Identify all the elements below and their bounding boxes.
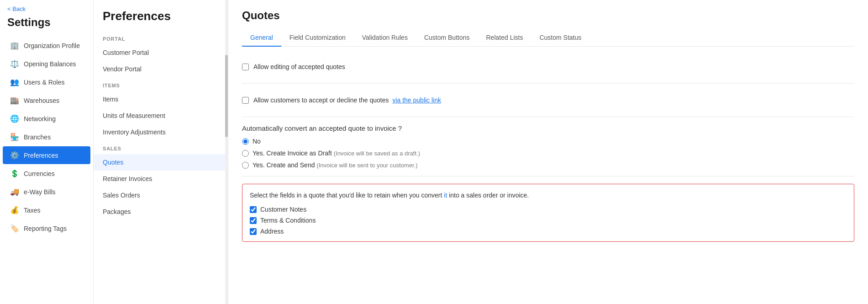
divider-3 — [242, 176, 854, 176]
nav-item-label: Branches — [24, 133, 51, 141]
allow-editing-checkbox[interactable] — [242, 64, 249, 70]
currencies-icon: 💲 — [10, 169, 19, 178]
sidebar-item-reporting-tags[interactable]: 🏷️Reporting Tags — [3, 219, 90, 237]
customer-notes-label: Customer Notes — [260, 206, 306, 213]
menu-item-packages[interactable]: Packages — [94, 203, 228, 220]
nav-item-label: Taxes — [24, 207, 41, 214]
nav-item-label: Reporting Tags — [24, 225, 67, 232]
left-sidebar: < Back Settings 🏢Organization Profile⚖️O… — [0, 0, 94, 304]
networking-icon: 🌐 — [10, 114, 19, 123]
retain-it-link[interactable]: it — [444, 192, 447, 199]
retain-box: Select the fields in a quote that you'd … — [242, 184, 854, 242]
middle-panel-title: Preferences — [94, 0, 228, 31]
nav-item-label: Warehouses — [24, 97, 59, 104]
section-label-items: ITEMS — [94, 77, 228, 91]
menu-item-vendor-portal[interactable]: Vendor Portal — [94, 61, 228, 77]
radio-send-label: Yes. Create and Send (Invoice will be se… — [253, 161, 417, 169]
sidebar-item-taxes[interactable]: 💰Taxes — [3, 201, 90, 219]
radio-draft-note: (Invoice will be saved as a draft.) — [334, 150, 420, 157]
divider-1 — [242, 83, 854, 84]
convert-radio-group: No Yes. Create Invoice as Draft (Invoice… — [242, 138, 854, 169]
tab-custom-status[interactable]: Custom Status — [531, 29, 589, 47]
convert-title: Automatically convert an accepted quote … — [242, 124, 854, 132]
tab-validation-rules[interactable]: Validation Rules — [354, 29, 416, 47]
preferences-icon: ⚙️ — [10, 151, 19, 160]
warehouses-icon: 🏬 — [10, 96, 19, 105]
menu-item-items[interactable]: Items — [94, 91, 228, 107]
back-link[interactable]: < Back — [0, 0, 93, 14]
sidebar-item-warehouses[interactable]: 🏬Warehouses — [3, 91, 90, 109]
radio-no-row: No — [242, 138, 854, 145]
e-way-bills-icon: 🚚 — [10, 187, 19, 196]
radio-draft-row: Yes. Create Invoice as Draft (Invoice wi… — [242, 149, 854, 157]
sidebar-item-opening-balances[interactable]: ⚖️Opening Balances — [3, 55, 90, 73]
terms-conditions-checkbox[interactable] — [250, 217, 257, 224]
allow-editing-row: Allow editing of accepted quotes — [242, 58, 854, 76]
tab-related-lists[interactable]: Related Lists — [478, 29, 531, 47]
allow-customers-row: Allow customers to accept or decline the… — [242, 91, 854, 109]
settings-title: Settings — [0, 14, 93, 36]
address-label: Address — [260, 228, 284, 235]
radio-send[interactable] — [242, 162, 249, 169]
menu-item-sales-orders[interactable]: Sales Orders — [94, 187, 228, 203]
radio-draft-label: Yes. Create Invoice as Draft (Invoice wi… — [253, 149, 420, 157]
allow-customers-checkbox[interactable] — [242, 97, 249, 104]
allow-editing-label: Allow editing of accepted quotes — [253, 63, 345, 70]
reporting-tags-icon: 🏷️ — [10, 224, 19, 233]
menu-item-units-of-measurement[interactable]: Units of Measurement — [94, 107, 228, 124]
terms-conditions-row: Terms & Conditions — [250, 217, 847, 224]
tab-general[interactable]: General — [242, 29, 281, 47]
main-content: Quotes GeneralField CustomizationValidat… — [228, 0, 868, 304]
middle-panel: Preferences PORTALCustomer PortalVendor … — [94, 0, 228, 304]
sidebar-item-branches[interactable]: 🏪Branches — [3, 128, 90, 146]
taxes-icon: 💰 — [10, 206, 19, 214]
customer-notes-row: Customer Notes — [250, 206, 847, 213]
nav-item-label: e-Way Bills — [24, 188, 56, 196]
sidebar-item-networking[interactable]: 🌐Networking — [3, 110, 90, 128]
nav-item-label: Preferences — [24, 152, 58, 159]
nav-item-label: Opening Balances — [24, 60, 76, 68]
retain-box-title: Select the fields in a quote that you'd … — [250, 191, 847, 200]
tabs-bar: GeneralField CustomizationValidation Rul… — [242, 29, 854, 47]
users-roles-icon: 👥 — [10, 78, 19, 86]
customer-notes-checkbox[interactable] — [250, 206, 257, 213]
main-nav: 🏢Organization Profile⚖️Opening Balances👥… — [0, 36, 93, 238]
radio-no[interactable] — [242, 138, 249, 145]
nav-item-label: Organization Profile — [24, 42, 80, 49]
sidebar-item-preferences[interactable]: ⚙️Preferences — [3, 146, 90, 164]
section-label-sales: SALES — [94, 140, 228, 154]
radio-send-row: Yes. Create and Send (Invoice will be se… — [242, 161, 854, 169]
sidebar-item-currencies[interactable]: 💲Currencies — [3, 165, 90, 182]
general-tab-content: Allow editing of accepted quotes Allow c… — [242, 58, 854, 242]
retain-checkboxes: Customer Notes Terms & Conditions Addres… — [250, 206, 847, 235]
section-label-portal: PORTAL — [94, 31, 228, 44]
menu-item-retainer-invoices[interactable]: Retainer Invoices — [94, 171, 228, 187]
address-checkbox[interactable] — [250, 228, 257, 235]
opening-balances-icon: ⚖️ — [10, 59, 19, 68]
radio-send-note: (Invoice will be sent to your customer.) — [316, 162, 417, 169]
organization-profile-icon: 🏢 — [10, 41, 19, 50]
menu-item-customer-portal[interactable]: Customer Portal — [94, 44, 228, 61]
terms-conditions-label: Terms & Conditions — [260, 217, 316, 224]
menu-item-inventory-adjustments[interactable]: Inventory Adjustments — [94, 124, 228, 140]
branches-icon: 🏪 — [10, 133, 19, 141]
divider-2 — [242, 117, 854, 117]
nav-item-label: Networking — [24, 115, 56, 123]
allow-customers-label: Allow customers to accept or decline the… — [253, 96, 441, 104]
address-row: Address — [250, 228, 847, 235]
sidebar-item-users-roles[interactable]: 👥Users & Roles — [3, 73, 90, 91]
sidebar-item-e-way-bills[interactable]: 🚚e-Way Bills — [3, 183, 90, 201]
nav-item-label: Users & Roles — [24, 79, 64, 86]
tab-custom-buttons[interactable]: Custom Buttons — [416, 29, 478, 47]
menu-item-quotes[interactable]: Quotes — [94, 154, 228, 171]
radio-draft[interactable] — [242, 150, 249, 157]
nav-item-label: Currencies — [24, 170, 55, 177]
tab-field-customization[interactable]: Field Customization — [281, 29, 354, 47]
public-link[interactable]: via the public link — [392, 96, 441, 104]
sidebar-item-organization-profile[interactable]: 🏢Organization Profile — [3, 37, 90, 54]
radio-no-label: No — [253, 138, 261, 145]
page-title: Quotes — [242, 9, 854, 22]
